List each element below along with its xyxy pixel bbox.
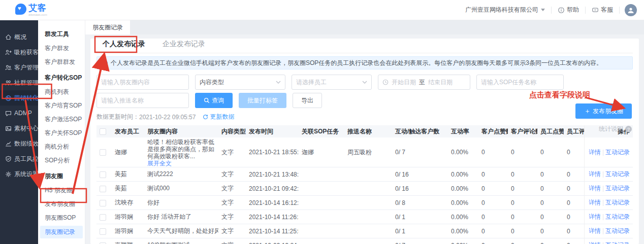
col-employee: 发布员工: [112, 125, 144, 137]
submenu-item[interactable]: 客户激活SOP: [38, 113, 85, 126]
push-cell: [344, 238, 392, 244]
batch-tag-button[interactable]: 批量打标签: [239, 93, 286, 108]
filter-row-2: 请输入推送名称 查询 批量打标签 导出: [96, 93, 633, 108]
submenu-item[interactable]: H5 朋友圈: [38, 184, 85, 197]
select-all-checkbox[interactable]: [100, 128, 106, 135]
interaction-record-link[interactable]: 互动记录: [605, 241, 630, 244]
date-range-picker[interactable]: 开始日期 至 结束日期: [378, 75, 470, 90]
tab-personal-records[interactable]: 个人发布记录: [103, 40, 145, 53]
row-checkbox[interactable]: [100, 214, 106, 221]
company-switcher[interactable]: 广州壹豆网络科技有限公司: [459, 6, 551, 14]
tab-enterprise-records[interactable]: 企业发布记录: [163, 40, 205, 53]
chevron-down-icon: [362, 80, 367, 85]
detail-link[interactable]: 详情: [589, 241, 601, 244]
time-cell: 2021-10-14 16:12:42: [246, 196, 299, 210]
user-avatar[interactable]: [625, 4, 637, 16]
interaction-record-link[interactable]: 互动记录: [605, 170, 630, 178]
moments-content-input[interactable]: 请输入朋友圈内容: [96, 75, 189, 90]
actions-cell: 详情|互动记录: [584, 224, 633, 238]
sidebar-item-label: 吸粉获客: [14, 48, 39, 57]
sidebar-item-shield[interactable]: 员工风控: [0, 151, 38, 166]
sidebar-item-label: 营销转化: [14, 94, 39, 102]
sidebar-item-users[interactable]: 客户管理: [0, 60, 38, 75]
sop-task-input[interactable]: 请输入SOP任务名称: [476, 75, 564, 90]
col-time: 发布时间: [246, 125, 299, 137]
detail-link[interactable]: 详情: [589, 185, 601, 192]
sidebar-item-user-plus[interactable]: 吸粉获客: [0, 45, 38, 60]
refresh-data-link[interactable]: 更新数据: [203, 113, 234, 121]
sidebar-item-image[interactable]: 素材中心: [0, 121, 38, 136]
topbar: 艾客 aikesaas.com 广州壹豆网络科技有限公司 帮助 客服: [0, 0, 644, 20]
expand-link[interactable]: 展开全文: [147, 160, 172, 167]
content-cell: 今天天气好晴朗，处处好风光: [144, 224, 218, 238]
cust-likes-cell: 0: [478, 167, 508, 182]
submenu-item[interactable]: SOP分析: [38, 154, 85, 167]
type-cell: 文字: [218, 167, 246, 182]
push-cell: [344, 196, 392, 210]
brand-name: 艾客: [28, 3, 47, 13]
submenu-item[interactable]: 朋友圈SOP: [38, 211, 85, 225]
stat-explain-label: 统计说明: [599, 125, 623, 133]
row-select-cell: [96, 167, 112, 182]
reach-cell: 0/ 7: [392, 238, 448, 244]
start-date-placeholder: 开始日期: [392, 78, 416, 87]
submenu-item[interactable]: 客户关怀SOP: [38, 126, 85, 140]
content-type-select[interactable]: 内容类型: [195, 75, 285, 90]
brand-logo: 艾客 aikesaas.com: [15, 4, 47, 16]
sidebar-item-home[interactable]: 概况: [0, 29, 38, 45]
submenu-item[interactable]: 客户群发: [38, 42, 85, 55]
row-checkbox[interactable]: [100, 200, 106, 206]
submenu-item[interactable]: 朋友圈记录: [40, 226, 83, 238]
sidebar-item-gear[interactable]: 系统设置: [0, 166, 38, 182]
sidebar-item-chat-square[interactable]: ADMP: [0, 106, 38, 121]
col-sop: 关联SOP任务: [299, 125, 344, 137]
publish-moments-button[interactable]: ＋ 发布朋友圈: [575, 103, 632, 119]
detail-link[interactable]: 详情: [589, 149, 601, 156]
content-cell: 10/9朋友圈测试: [144, 238, 218, 244]
sidebar-item-chart[interactable]: 数据绩效: [0, 136, 38, 151]
emp-likes-cell: 0: [537, 167, 564, 182]
interaction-record-link[interactable]: 互动记录: [605, 227, 630, 234]
submenu-item[interactable]: 发布朋友圈: [38, 197, 85, 211]
push-name-input[interactable]: 请输入推送名称: [96, 93, 189, 108]
content-cell: 哈喽！相信吸粉获客率低是很多商家的痛点，那如何高效吸粉获客...展开全文: [144, 137, 218, 167]
info-banner-text: 个人发布记录是员工在企业微信手机端对客户发布的朋友圈记录，朋友圈SOP任务的员工…: [111, 59, 602, 67]
sidebar-item-label: 概况: [14, 33, 26, 42]
export-button[interactable]: 导出: [293, 93, 322, 108]
interaction-record-link[interactable]: 互动记录: [605, 199, 630, 206]
help-button[interactable]: 帮助: [552, 6, 585, 14]
push-cell: [344, 210, 392, 224]
staff-select[interactable]: 请选择员工: [292, 75, 372, 90]
stat-explain-link[interactable]: 统计说明 ?: [599, 125, 632, 133]
submenu-item[interactable]: 商机分析: [38, 140, 85, 154]
actions-cell: 详情|互动记录: [584, 238, 633, 244]
row-checkbox[interactable]: [100, 149, 106, 156]
search-button[interactable]: 查询: [195, 93, 233, 108]
interaction-record-link[interactable]: 互动记录: [605, 213, 630, 220]
rate-cell: 0.00%: [448, 182, 478, 196]
sidebar-item-user-group[interactable]: 社群管理: [0, 75, 38, 90]
interaction-record-link[interactable]: 互动记录: [605, 185, 630, 192]
submenu-item[interactable]: 客户群群发: [38, 55, 85, 69]
app-window: 艾客 aikesaas.com 广州壹豆网络科技有限公司 帮助 客服: [0, 0, 644, 244]
cust-likes-cell: 0: [478, 182, 508, 196]
detail-link[interactable]: 详情: [589, 170, 601, 178]
interaction-record-link[interactable]: 互动记录: [605, 149, 630, 156]
row-checkbox[interactable]: [100, 228, 106, 235]
detail-link[interactable]: 详情: [589, 213, 601, 220]
submenu-item[interactable]: 客户培育SOP: [38, 99, 85, 113]
table-row: 游羽娴今天天气好晴朗，处处好风光文字2021-10-14 11:25:550/ …: [96, 224, 633, 238]
detail-link[interactable]: 详情: [589, 227, 601, 234]
row-checkbox[interactable]: [100, 171, 106, 178]
submenu-section-title: 客户转化SOP: [38, 69, 85, 85]
detail-link[interactable]: 详情: [589, 199, 601, 206]
cust-comments-cell: 0: [508, 224, 537, 238]
service-button[interactable]: 客服: [586, 6, 619, 14]
col-emp-likes: 员工点赞数: [537, 125, 564, 137]
page-tab-moments-records[interactable]: 朋友圈记录: [85, 20, 130, 34]
sidebar-item-marketing[interactable]: 营销转化: [0, 90, 38, 106]
shield-icon: [5, 156, 12, 162]
submenu-item[interactable]: 商机列表: [38, 85, 85, 99]
row-checkbox[interactable]: [100, 186, 106, 192]
row-checkbox[interactable]: [100, 242, 106, 244]
